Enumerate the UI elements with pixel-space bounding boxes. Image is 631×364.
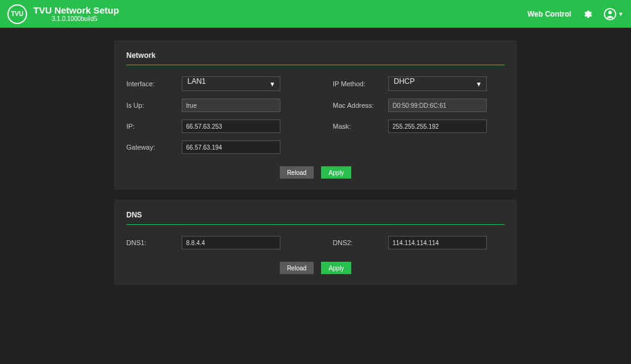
gateway-field: Gateway: (126, 140, 298, 154)
dns-panel: DNS DNS1: DNS2: Reload Apply (114, 200, 517, 285)
dns2-field: DNS2: (333, 236, 505, 249)
is-up-field: Is Up: (126, 99, 298, 112)
interface-select-value: LAN1 (182, 76, 280, 91)
header-left: TVU TVU Network Setup 3.1.0.1000build5 (7, 4, 119, 24)
dns-button-row: Reload Apply (126, 262, 505, 274)
logo-text: TVU (11, 10, 23, 17)
dns2-input[interactable] (388, 236, 487, 249)
app-title: TVU Network Setup (33, 6, 119, 16)
dns1-input[interactable] (182, 236, 280, 249)
interface-label: Interface: (126, 80, 182, 87)
mask-input[interactable] (388, 119, 487, 133)
dns-form: DNS1: DNS2: (126, 236, 505, 249)
interface-select[interactable]: LAN1 ▼ (182, 76, 280, 91)
content-area: Network Interface: LAN1 ▼ IP Method: DHC… (0, 28, 631, 285)
logo-icon: TVU (7, 4, 27, 24)
interface-field: Interface: LAN1 ▼ (126, 76, 298, 91)
dns-apply-button[interactable]: Apply (321, 262, 351, 274)
network-panel: Network Interface: LAN1 ▼ IP Method: DHC… (114, 40, 517, 190)
dns2-label: DNS2: (333, 239, 388, 246)
ip-label: IP: (126, 123, 182, 130)
gear-icon[interactable] (582, 9, 592, 19)
user-menu[interactable]: ▼ (603, 7, 624, 21)
gateway-input[interactable] (182, 140, 280, 154)
mask-field: Mask: (333, 119, 505, 133)
is-up-label: Is Up: (126, 102, 182, 109)
title-block: TVU Network Setup 3.1.0.1000build5 (33, 6, 119, 23)
dns1-field: DNS1: (126, 236, 298, 249)
svg-point-1 (608, 10, 612, 14)
network-section-title: Network (126, 51, 505, 65)
ip-field: IP: (126, 119, 298, 133)
app-header: TVU TVU Network Setup 3.1.0.1000build5 W… (0, 0, 631, 28)
mask-label: Mask: (333, 123, 388, 130)
network-reload-button[interactable]: Reload (280, 166, 314, 179)
app-version: 3.1.0.1000build5 (52, 15, 119, 22)
web-control-link[interactable]: Web Control (527, 10, 571, 18)
ip-method-field: IP Method: DHCP ▼ (333, 76, 505, 91)
chevron-down-icon: ▼ (618, 11, 624, 17)
mac-address-value (388, 99, 487, 112)
gateway-label: Gateway: (126, 144, 182, 151)
dns-reload-button[interactable]: Reload (280, 262, 314, 274)
network-button-row: Reload Apply (126, 166, 505, 179)
is-up-value (182, 99, 280, 112)
ip-method-select-value: DHCP (388, 76, 487, 91)
mac-address-field: Mac Address: (333, 99, 505, 112)
header-right: Web Control ▼ (527, 7, 624, 21)
ip-input[interactable] (182, 119, 280, 133)
mac-address-label: Mac Address: (333, 102, 388, 109)
user-icon (603, 7, 617, 21)
ip-method-select[interactable]: DHCP ▼ (388, 76, 487, 91)
network-apply-button[interactable]: Apply (321, 166, 351, 179)
dns-section-title: DNS (126, 211, 505, 225)
network-form: Interface: LAN1 ▼ IP Method: DHCP ▼ (126, 76, 505, 154)
ip-method-label: IP Method: (333, 80, 388, 87)
dns1-label: DNS1: (126, 239, 182, 246)
